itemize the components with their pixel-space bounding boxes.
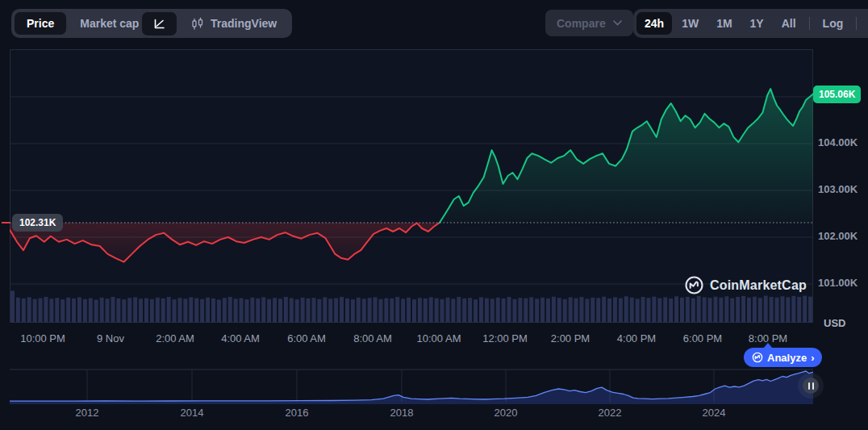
- x-axis-label: 2:00 AM: [156, 332, 194, 344]
- year-label: 2022: [599, 407, 622, 419]
- analyze-label: Analyze: [767, 352, 807, 364]
- x-axis-label: 6:00 PM: [683, 332, 722, 344]
- x-axis-label: 9 Nov: [97, 332, 124, 344]
- log-scale-toggle[interactable]: Log: [815, 12, 852, 35]
- current-price-badge: 105.06K: [813, 86, 861, 103]
- range-handle[interactable]: [803, 378, 819, 394]
- coinmarketcap-chart-page: Price Market cap TradingView Compare 24h: [0, 0, 868, 430]
- range-24h[interactable]: 24h: [636, 12, 672, 35]
- price-tab[interactable]: Price: [15, 12, 66, 35]
- y-axis-label: 102.00K: [818, 230, 858, 242]
- year-label: 2016: [286, 407, 309, 419]
- watermark: CoinMarketCap: [684, 275, 807, 295]
- x-axis-label: 4:00 AM: [221, 332, 260, 344]
- analyze-button[interactable]: Analyze ›: [744, 348, 822, 367]
- year-label: 2024: [703, 407, 726, 419]
- divider: [809, 17, 810, 30]
- x-axis-label: 4:00 PM: [617, 332, 656, 344]
- metric-toggle: Price Market cap: [11, 9, 154, 38]
- time-range-selector: 24h 1W 1M 1Y All Log: [633, 9, 868, 38]
- open-price-tick: [2, 222, 10, 223]
- compare-label: Compare: [557, 17, 606, 30]
- handle-grip-icon: [812, 382, 814, 390]
- x-axis-label: 2:00 PM: [551, 332, 590, 344]
- chevron-down-icon: [613, 20, 622, 26]
- currency-label: USD: [824, 317, 845, 329]
- year-label: 2020: [495, 407, 518, 419]
- coinmarketcap-logo-icon: [752, 352, 763, 363]
- tradingview-label: TradingView: [211, 17, 277, 30]
- tradingview-chart-type-button[interactable]: TradingView: [178, 12, 289, 35]
- coinmarketcap-logo-icon: [684, 275, 704, 295]
- candlestick-icon: [190, 17, 205, 31]
- tooltip-pointer: [763, 343, 773, 349]
- y-axis-label: 101.00K: [818, 277, 858, 289]
- x-axis-label: 12:00 PM: [482, 332, 528, 344]
- compare-button[interactable]: Compare: [545, 10, 633, 36]
- year-label: 2014: [181, 407, 204, 419]
- range-1w[interactable]: 1W: [674, 12, 707, 35]
- year-label: 2018: [390, 407, 414, 419]
- x-axis-label: 10:00 PM: [20, 332, 65, 344]
- watermark-label: CoinMarketCap: [710, 278, 807, 293]
- chart-type-toggle: TradingView: [139, 9, 292, 38]
- y-axis-label: 103.00K: [818, 183, 858, 195]
- chart-settings-button[interactable]: [862, 13, 868, 34]
- handle-grip-icon: [808, 382, 810, 390]
- line-chart-icon: [152, 17, 166, 31]
- divider: [856, 17, 857, 30]
- minimap-year-labels: 2012201420162018202020222024: [10, 407, 813, 420]
- year-label: 2012: [76, 407, 99, 419]
- x-axis-label: 10:00 AM: [417, 332, 461, 344]
- x-axis-label: 8:00 AM: [353, 332, 392, 344]
- minimap-canvas[interactable]: [10, 369, 813, 406]
- range-1y[interactable]: 1Y: [742, 12, 772, 35]
- line-chart-type-button[interactable]: [142, 12, 177, 35]
- open-price-badge: 102.31K: [12, 214, 63, 232]
- x-axis-label: 6:00 AM: [287, 332, 326, 344]
- range-all[interactable]: All: [774, 12, 804, 35]
- range-1m[interactable]: 1M: [708, 12, 740, 35]
- chevron-right-icon: ›: [811, 353, 814, 363]
- x-axis-labels: 10:00 PM9 Nov2:00 AM4:00 AM6:00 AM8:00 A…: [10, 332, 813, 347]
- y-axis-label: 104.00K: [818, 136, 858, 148]
